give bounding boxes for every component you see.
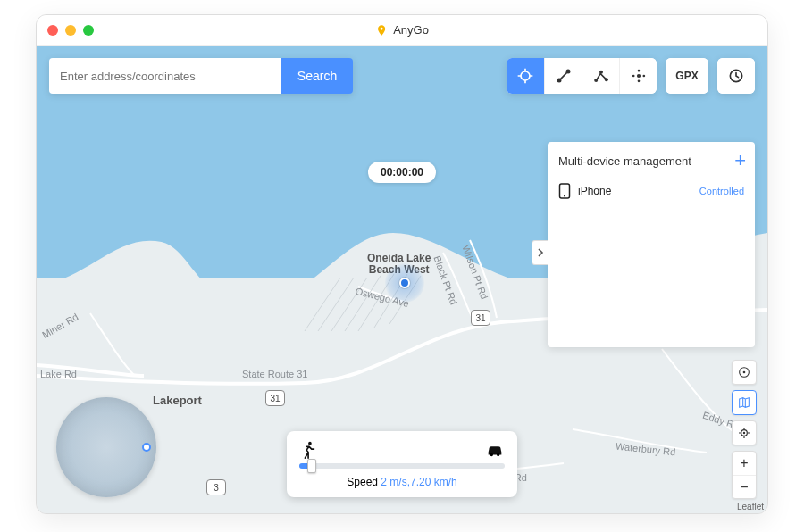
teleport-mode-button[interactable] <box>507 58 544 94</box>
minimize-window-icon[interactable] <box>65 25 76 36</box>
device-status: Controlled <box>699 186 744 196</box>
svg-point-0 <box>381 27 383 29</box>
history-button[interactable] <box>717 58 755 94</box>
svg-point-23 <box>637 80 640 83</box>
multi-spot-mode-button[interactable] <box>582 58 619 94</box>
current-location-marker <box>385 263 424 303</box>
search-bar: Search <box>49 58 353 94</box>
device-panel-title: Multi-device management <box>558 154 691 168</box>
svg-point-19 <box>636 74 640 78</box>
collapse-panel-button[interactable] <box>532 240 548 265</box>
add-device-button[interactable]: + <box>734 151 746 170</box>
svg-point-22 <box>637 70 640 72</box>
gpx-button[interactable]: GPX <box>666 58 708 94</box>
svg-point-21 <box>642 75 645 78</box>
map-icon <box>737 395 751 410</box>
map-style-button[interactable] <box>732 390 757 415</box>
clock-icon <box>727 67 745 85</box>
window-controls <box>47 25 94 36</box>
zoom-out-button[interactable]: − <box>733 475 756 498</box>
map-canvas[interactable]: Lakeport Oneida LakeBeach West State Rou… <box>37 46 767 513</box>
route-shield-31b: 31 <box>471 310 490 326</box>
search-input[interactable] <box>49 58 281 94</box>
route-shield-3: 3 <box>206 479 226 495</box>
speed-panel: Speed 2 m/s,7.20 km/h <box>287 431 517 497</box>
joystick-control[interactable] <box>56 397 156 497</box>
locate-icon <box>737 426 751 440</box>
maximize-window-icon[interactable] <box>83 25 94 36</box>
pin-icon <box>375 24 388 37</box>
search-button[interactable]: Search <box>281 58 353 94</box>
titlebar: AnyGo <box>37 15 767 46</box>
speed-slider-thumb[interactable] <box>307 459 316 473</box>
svg-line-2 <box>318 278 354 331</box>
svg-point-27 <box>308 442 312 445</box>
svg-line-1 <box>305 278 340 331</box>
label-lake-rd: Lake Rd <box>40 369 77 379</box>
multi-point-icon <box>592 67 610 85</box>
map-attribution: Leaflet <box>737 502 764 511</box>
close-window-icon[interactable] <box>47 25 58 36</box>
timer-badge: 00:00:00 <box>368 162 436 183</box>
svg-point-20 <box>632 75 634 78</box>
svg-point-28 <box>490 453 493 456</box>
label-state-route: State Route 31 <box>242 369 307 379</box>
phone-icon <box>558 183 571 199</box>
crosshair-icon <box>516 67 534 85</box>
svg-line-15 <box>560 73 566 79</box>
jump-mode-button[interactable] <box>619 58 657 94</box>
chevron-right-icon <box>537 248 544 257</box>
zoom-in-button[interactable]: + <box>733 452 756 475</box>
device-row[interactable]: iPhone Controlled <box>548 176 755 206</box>
car-icon <box>485 440 505 460</box>
info-circle-icon <box>737 365 751 379</box>
svg-point-33 <box>743 432 745 434</box>
svg-point-29 <box>497 453 499 456</box>
walk-icon <box>299 440 319 460</box>
svg-point-31 <box>743 371 746 374</box>
scatter-icon <box>630 67 648 85</box>
app-window: AnyGo <box>36 14 768 514</box>
device-name: iPhone <box>578 185 611 197</box>
layer-info-button[interactable] <box>732 360 757 385</box>
locate-me-button[interactable] <box>732 420 757 445</box>
mode-toolbar: GPX <box>507 58 755 94</box>
two-spot-mode-button[interactable] <box>544 58 582 94</box>
svg-point-26 <box>564 195 565 197</box>
two-point-icon <box>555 67 573 85</box>
speed-slider[interactable] <box>299 463 505 469</box>
speed-readout: Speed 2 m/s,7.20 km/h <box>299 476 505 488</box>
label-town-lakeport: Lakeport <box>153 394 202 407</box>
map-tool-stack: + − <box>732 360 757 499</box>
app-title: AnyGo <box>375 23 429 37</box>
route-shield-31a: 31 <box>265 390 285 406</box>
svg-point-8 <box>521 71 530 80</box>
zoom-control: + − <box>732 451 757 499</box>
joystick-knob[interactable] <box>142 443 151 452</box>
device-panel: Multi-device management + iPhone Control… <box>548 142 755 347</box>
